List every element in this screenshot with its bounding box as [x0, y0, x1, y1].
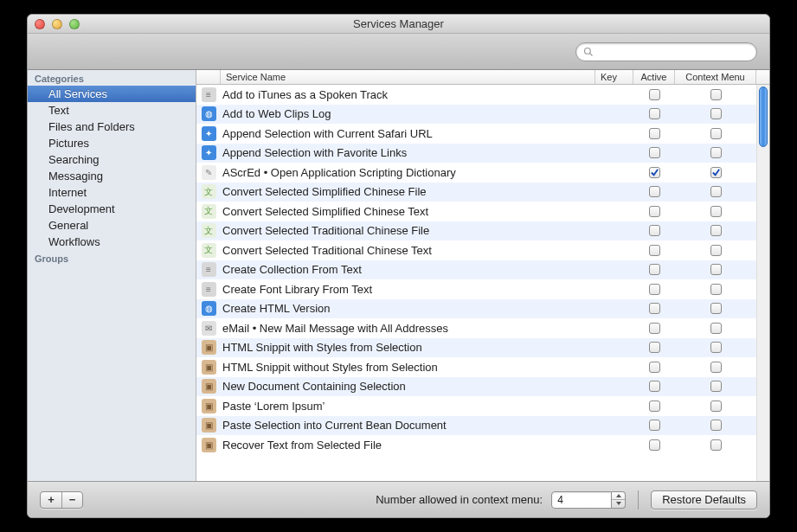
- active-checkbox[interactable]: [649, 108, 660, 119]
- context-menu-count-value[interactable]: 4: [551, 491, 612, 509]
- vertical-scrollbar[interactable]: [756, 85, 769, 481]
- active-checkbox[interactable]: [649, 323, 660, 334]
- active-checkbox[interactable]: [649, 342, 660, 353]
- restore-defaults-button[interactable]: Restore Defaults: [651, 490, 757, 510]
- context-menu-checkbox[interactable]: [710, 108, 722, 119]
- sidebar-item[interactable]: Workflows: [28, 234, 196, 250]
- table-row[interactable]: 文Convert Selected Traditional Chinese Fi…: [196, 221, 756, 241]
- row-app-icon: ✉: [196, 321, 221, 336]
- row-active-cell: [633, 89, 675, 100]
- minimize-icon[interactable]: [52, 19, 62, 29]
- context-menu-count-stepper[interactable]: 4: [551, 491, 626, 509]
- table-row[interactable]: 文Convert Selected Simplified Chinese Tex…: [196, 202, 756, 221]
- table-row[interactable]: 文Convert Selected Traditional Chinese Te…: [196, 240, 756, 260]
- row-context-menu-cell: [675, 89, 756, 100]
- row-service-name: Create HTML Version: [221, 302, 595, 315]
- context-menu-checkbox[interactable]: [710, 206, 722, 217]
- context-menu-checkbox[interactable]: [710, 264, 722, 275]
- sidebar-item[interactable]: Messaging: [28, 168, 196, 184]
- active-checkbox[interactable]: [649, 206, 660, 217]
- sidebar-item[interactable]: Internet: [28, 184, 196, 201]
- context-menu-checkbox[interactable]: [710, 284, 722, 295]
- table-row[interactable]: ≡Create Collection From Text: [196, 260, 756, 280]
- table-row[interactable]: ≡Add to iTunes as a Spoken Track: [196, 85, 756, 105]
- context-menu-checkbox[interactable]: [710, 167, 722, 178]
- active-checkbox[interactable]: [649, 147, 660, 158]
- table-row[interactable]: ✉eMail • New Mail Message with All Addre…: [196, 318, 756, 338]
- col-service-name[interactable]: Service Name: [221, 70, 595, 84]
- stepper-up-icon[interactable]: [612, 492, 625, 500]
- active-checkbox[interactable]: [649, 439, 660, 451]
- sidebar-item[interactable]: All Services: [28, 86, 196, 102]
- stepper-down-icon[interactable]: [612, 499, 625, 508]
- active-checkbox[interactable]: [649, 186, 660, 197]
- context-menu-checkbox[interactable]: [710, 147, 722, 158]
- context-menu-checkbox[interactable]: [710, 401, 722, 412]
- context-menu-checkbox[interactable]: [710, 186, 722, 197]
- table-row[interactable]: ▣Recover Text from Selected File: [196, 435, 756, 455]
- table-row[interactable]: ✎AScrEd • Open Application Scripting Dic…: [196, 163, 756, 183]
- table-row[interactable]: ≡Create Font Library From Text: [196, 279, 756, 299]
- close-icon[interactable]: [35, 19, 45, 29]
- col-icon[interactable]: [196, 70, 221, 84]
- active-checkbox[interactable]: [649, 225, 660, 236]
- context-menu-checkbox[interactable]: [710, 362, 722, 373]
- row-context-menu-cell: [675, 381, 756, 392]
- active-checkbox[interactable]: [649, 381, 660, 392]
- zoom-icon[interactable]: [69, 19, 80, 29]
- table-row[interactable]: ▣New Document Containing Selection: [196, 377, 756, 397]
- context-menu-checkbox[interactable]: [710, 128, 722, 139]
- active-checkbox[interactable]: [649, 264, 660, 275]
- scrollbar-thumb[interactable]: [759, 87, 768, 147]
- col-scroll-gutter: [756, 70, 769, 84]
- traffic-lights: [35, 19, 80, 29]
- add-button[interactable]: +: [41, 492, 61, 508]
- active-checkbox[interactable]: [649, 245, 660, 256]
- row-app-icon: 文: [196, 204, 221, 219]
- context-menu-checkbox[interactable]: [710, 303, 722, 314]
- svg-line-1: [590, 53, 593, 55]
- table-row[interactable]: 文Convert Selected Simplified Chinese Fil…: [196, 183, 756, 202]
- context-menu-checkbox[interactable]: [710, 323, 722, 334]
- table-row[interactable]: ▣HTML Snippit with Styles from Selection: [196, 338, 756, 358]
- active-checkbox[interactable]: [649, 89, 660, 100]
- sidebar: CategoriesAll ServicesTextFiles and Fold…: [28, 70, 196, 481]
- context-menu-checkbox[interactable]: [710, 342, 722, 353]
- sidebar-item[interactable]: Text: [28, 102, 196, 119]
- context-menu-checkbox[interactable]: [710, 89, 722, 100]
- search-field-wrapper[interactable]: [575, 42, 757, 61]
- active-checkbox[interactable]: [649, 167, 660, 178]
- table-row[interactable]: ▣HTML Snippit without Styles from Select…: [196, 357, 756, 377]
- table-row[interactable]: ✦Append Selection with Favorite Links: [196, 144, 756, 163]
- table-row[interactable]: ▣Paste ‘Lorem Ipsum’: [196, 396, 756, 416]
- table-body[interactable]: ≡Add to iTunes as a Spoken Track◍Add to …: [196, 85, 756, 481]
- active-checkbox[interactable]: [649, 420, 660, 431]
- active-checkbox[interactable]: [649, 303, 660, 314]
- col-active[interactable]: Active: [633, 70, 675, 84]
- search-input[interactable]: [597, 46, 749, 58]
- table-row[interactable]: ▣Paste Selection into Current Bean Docum…: [196, 416, 756, 436]
- sidebar-item[interactable]: General: [28, 217, 196, 234]
- sidebar-item[interactable]: Searching: [28, 151, 196, 168]
- row-active-cell: [633, 245, 675, 256]
- sidebar-item[interactable]: Files and Folders: [28, 119, 196, 135]
- active-checkbox[interactable]: [649, 128, 660, 139]
- active-checkbox[interactable]: [649, 284, 660, 295]
- table-row[interactable]: ◍Add to Web Clips Log: [196, 105, 756, 125]
- sidebar-item[interactable]: Development: [28, 201, 196, 217]
- active-checkbox[interactable]: [649, 401, 660, 412]
- context-menu-checkbox[interactable]: [710, 420, 722, 431]
- context-menu-checkbox[interactable]: [710, 381, 722, 392]
- title-bar[interactable]: Services Manager: [28, 15, 769, 34]
- table-row[interactable]: ◍Create HTML Version: [196, 299, 756, 319]
- col-context-menu[interactable]: Context Menu: [675, 70, 756, 84]
- context-menu-checkbox[interactable]: [710, 245, 722, 256]
- col-key[interactable]: Key: [595, 70, 633, 84]
- stepper-arrows[interactable]: [612, 491, 626, 509]
- sidebar-item[interactable]: Pictures: [28, 135, 196, 151]
- remove-button[interactable]: −: [61, 492, 82, 508]
- context-menu-checkbox[interactable]: [710, 439, 722, 451]
- table-row[interactable]: ✦Append Selection with Current Safari UR…: [196, 124, 756, 144]
- active-checkbox[interactable]: [649, 362, 660, 373]
- context-menu-checkbox[interactable]: [710, 225, 722, 236]
